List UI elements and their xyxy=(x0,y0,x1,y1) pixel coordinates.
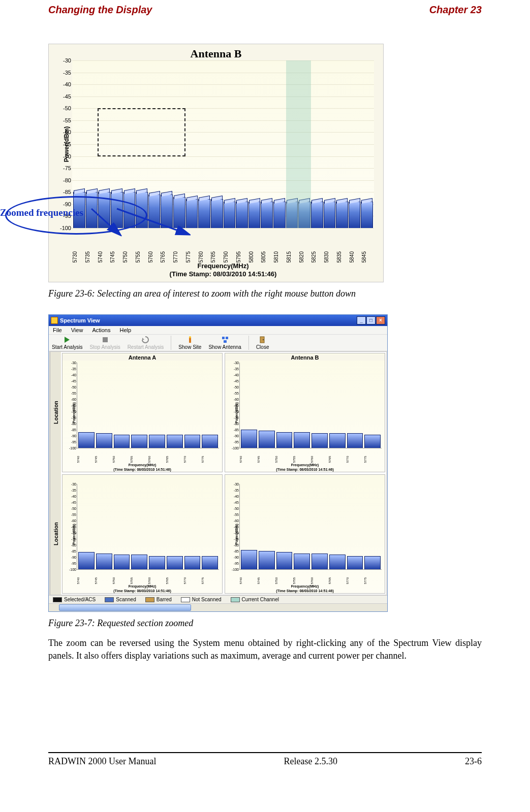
menu-help[interactable]: Help xyxy=(119,327,131,333)
current-channel-highlight xyxy=(286,60,311,228)
bar xyxy=(261,202,273,228)
menubar: FileViewActionsHelp xyxy=(49,326,387,334)
play-icon xyxy=(63,336,71,344)
chart-title: Antenna B xyxy=(49,47,383,60)
mini-xaxis-label: Frequency(MHz) xyxy=(63,463,222,467)
mini-xaxis-label: Frequency(MHz) xyxy=(63,584,222,588)
bar xyxy=(224,202,236,228)
svg-rect-6 xyxy=(226,337,228,339)
chart-loc2-antenna-b[interactable]: Power(dBm)-30-35-40-45-50-55-60-65-70-75… xyxy=(225,474,385,594)
bar xyxy=(273,202,286,228)
figure-23-7-caption: Figure 23-7: Requested section zoomed xyxy=(48,618,482,629)
bar xyxy=(311,202,323,228)
annotation-arrow-icon xyxy=(89,206,191,242)
bar xyxy=(248,202,261,228)
scrollbar-thumb[interactable] xyxy=(59,604,191,611)
ytick-label: -85 xyxy=(63,189,71,195)
bar xyxy=(198,199,210,228)
annotation-label: Zoomed frequencies xyxy=(0,207,83,218)
legend: Selected/ACSScannedBarredNot ScannedCurr… xyxy=(49,595,387,603)
svg-rect-2 xyxy=(103,337,108,342)
maximize-button[interactable]: □ xyxy=(366,316,376,324)
app-icon xyxy=(51,317,58,324)
section-title: Changing the Display xyxy=(48,4,152,16)
show-antenna-button[interactable]: Show Antenna xyxy=(208,336,241,350)
footer-left: RADWIN 2000 User Manual xyxy=(48,756,156,767)
svg-line-0 xyxy=(91,209,119,234)
mini-xaxis-label: Frequency(MHz) xyxy=(225,584,385,588)
restart-analysis-button[interactable]: Restart Analysis xyxy=(128,336,164,350)
page-footer: RADWIN 2000 User Manual Release 2.5.30 2… xyxy=(48,752,482,767)
mini-timestamp: (Time Stamp: 08/03/2010 14:51:46) xyxy=(63,468,222,471)
antenna-icon xyxy=(221,336,229,344)
bar xyxy=(361,202,373,228)
door-icon xyxy=(259,336,267,344)
chart-loc1-antenna-a[interactable]: Antenna APower(dBm)-30-35-40-45-50-55-60… xyxy=(62,353,223,472)
svg-point-4 xyxy=(189,336,191,338)
ytick-label: -55 xyxy=(63,117,71,123)
timestamp-label: (Time Stamp: 08/03/2010 14:51:46) xyxy=(72,270,374,278)
svg-rect-7 xyxy=(224,340,227,343)
bar xyxy=(349,202,361,228)
chapter-label: Chapter 23 xyxy=(429,4,482,16)
window-title: Spectrum View xyxy=(60,317,100,323)
horizontal-scrollbar[interactable] xyxy=(49,603,387,611)
close-button[interactable]: × xyxy=(376,316,385,324)
figure-23-6-caption: Figure 23-6: Selecting an area of intere… xyxy=(48,288,482,299)
ytick-label: -45 xyxy=(63,93,71,100)
location-label-2: Location xyxy=(50,473,61,595)
location-label-1: Location xyxy=(50,352,61,473)
toolbar: Start AnalysisStop AnalysisRestart Analy… xyxy=(49,334,387,351)
legend-barred: Barred xyxy=(145,597,172,602)
zoom-selection-box[interactable] xyxy=(98,108,185,156)
svg-rect-5 xyxy=(222,337,225,339)
mini-chart-title: Antenna A xyxy=(63,354,222,361)
mini-chart-title: Antenna B xyxy=(225,354,385,361)
stop-analysis-button[interactable]: Stop Analysis xyxy=(90,336,120,350)
footer-right: 23-6 xyxy=(465,756,482,767)
mini-xaxis-label: Frequency(MHz) xyxy=(225,463,385,467)
chart-loc2-antenna-a[interactable]: Power(dBm)-30-35-40-45-50-55-60-65-70-75… xyxy=(62,474,223,594)
x-axis-label: Frequency(MHz) xyxy=(72,262,374,270)
minimize-button[interactable]: _ xyxy=(357,316,366,324)
bar xyxy=(324,202,336,228)
bar xyxy=(236,202,248,228)
spectrum-view-window: Spectrum View _ □ × FileViewActionsHelp … xyxy=(48,314,388,612)
ytick-label: -70 xyxy=(63,153,71,159)
ytick-label: -65 xyxy=(63,141,71,147)
menu-view[interactable]: View xyxy=(71,327,83,333)
close-button[interactable]: Close xyxy=(256,336,269,350)
mini-timestamp: (Time Stamp: 08/03/2010 14:51:46) xyxy=(225,468,385,471)
show-site-button[interactable]: Show Site xyxy=(178,336,201,350)
legend-selected-acs: Selected/ACS xyxy=(53,597,96,602)
svg-point-9 xyxy=(263,339,264,340)
ytick-label: -35 xyxy=(63,70,71,76)
ytick-label: -50 xyxy=(63,105,71,111)
svg-line-1 xyxy=(117,209,188,234)
chart-loc1-antenna-b[interactable]: Antenna BPower(dBm)-30-35-40-45-50-55-60… xyxy=(225,353,385,472)
ytick-label: -60 xyxy=(63,129,71,135)
legend-not-scanned: Not Scanned xyxy=(181,597,222,602)
body-paragraph: The zoom can be reversed using the Syste… xyxy=(48,637,482,662)
stop-icon xyxy=(101,336,109,344)
menu-file[interactable]: File xyxy=(53,327,62,333)
restart-icon xyxy=(141,336,149,344)
ytick-label: -80 xyxy=(63,177,71,183)
antenna-b-chart: Antenna B Power(dBm) -30-35-40-45-50-55-… xyxy=(48,44,384,282)
bar xyxy=(336,202,348,228)
window-titlebar[interactable]: Spectrum View _ □ × xyxy=(49,315,387,326)
footer-center: Release 2.5.30 xyxy=(284,756,337,767)
ytick-label: -75 xyxy=(63,165,71,171)
legend-scanned: Scanned xyxy=(105,597,136,602)
legend-current-channel: Current Channel xyxy=(231,597,279,602)
start-analysis-button[interactable]: Start Analysis xyxy=(52,336,83,350)
menu-actions[interactable]: Actions xyxy=(92,327,110,333)
mini-timestamp: (Time Stamp: 08/03/2010 14:51:46) xyxy=(225,589,385,593)
mini-timestamp: (Time Stamp: 08/03/2010 14:51:46) xyxy=(63,589,222,593)
ytick-label: -40 xyxy=(63,81,71,87)
ytick-label: -30 xyxy=(63,57,71,63)
bar xyxy=(211,199,223,228)
site-icon xyxy=(186,336,194,344)
